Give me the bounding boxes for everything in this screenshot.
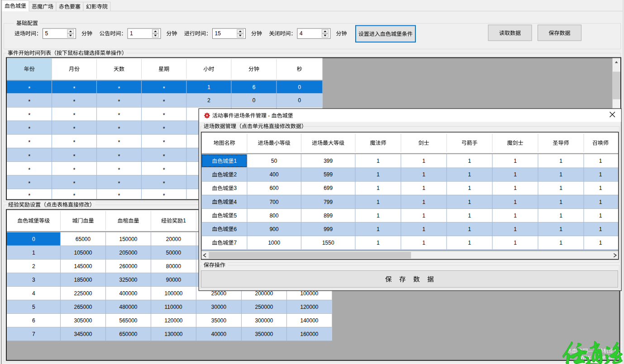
svg-text:1: 1 [559,213,562,219]
svg-text:6: 6 [32,317,35,324]
svg-text:*: * [28,139,30,146]
svg-text:1: 1 [559,226,562,232]
svg-text:6: 6 [233,226,237,232]
svg-text:1: 1 [376,171,380,178]
svg-text:*: * [28,98,30,105]
svg-text:160000: 160000 [300,331,319,337]
svg-text:400000: 400000 [119,290,138,297]
svg-text:1000: 1000 [268,240,280,246]
svg-text:*: * [28,112,30,118]
svg-text:*: * [73,139,76,146]
svg-text:699: 699 [324,185,333,191]
svg-text:1: 1 [599,158,602,164]
svg-text:300000: 300000 [255,317,273,324]
svg-text:1: 1 [559,185,562,191]
svg-text:225000: 225000 [74,290,92,297]
svg-text:1: 1 [514,213,517,219]
svg-text:*: * [28,192,30,199]
svg-text:1: 1 [376,199,380,205]
svg-text:1: 1 [376,213,380,219]
svg-text:*: * [73,192,76,199]
svg-text:599: 599 [324,171,333,178]
svg-text:*: * [163,153,165,160]
svg-text:15: 15 [215,30,221,37]
svg-text:1: 1 [376,226,380,232]
svg-text:5: 5 [45,30,48,37]
svg-text:1: 1 [599,240,602,246]
svg-text:1: 1 [233,158,237,164]
svg-text:1: 1 [422,158,425,164]
svg-text:0: 0 [298,84,301,90]
svg-text:1: 1 [559,171,562,178]
svg-text:120000: 120000 [165,317,183,324]
svg-text:1: 1 [559,158,562,164]
svg-text:25000: 25000 [211,290,227,297]
svg-text:40000: 40000 [211,331,227,337]
svg-text:345000: 345000 [74,331,92,337]
svg-text:399: 399 [324,158,333,164]
svg-text:1: 1 [468,171,471,178]
svg-text:110000: 110000 [165,304,182,310]
svg-text:1: 1 [422,240,425,246]
svg-text:1: 1 [599,199,602,205]
svg-text:999: 999 [324,226,333,232]
svg-text:305000: 305000 [74,317,92,324]
svg-text:1: 1 [130,30,133,37]
svg-text:35000: 35000 [211,317,227,324]
svg-text:5: 5 [32,304,35,310]
svg-text:-: - [267,113,272,119]
svg-text:1: 1 [468,199,471,205]
svg-text:185000: 185000 [74,277,92,283]
svg-text:*: * [163,166,165,173]
svg-text:30000: 30000 [211,304,227,310]
svg-text:1: 1 [468,226,471,232]
svg-text:*: * [73,125,76,132]
svg-text:1: 1 [468,185,471,191]
svg-text:1: 1 [422,171,425,178]
svg-text:1550: 1550 [322,240,334,246]
svg-text:800: 800 [270,213,279,219]
svg-text:6: 6 [252,84,256,90]
svg-text:*: * [118,166,120,173]
svg-text:50: 50 [271,158,277,164]
svg-text:*: * [118,85,120,92]
svg-text:*: * [118,180,120,187]
svg-text:145000: 145000 [74,263,92,269]
svg-text:*: * [118,112,120,118]
svg-text:1: 1 [599,226,602,232]
svg-text:4: 4 [32,290,35,297]
svg-text:480000: 480000 [119,304,138,310]
svg-text:1: 1 [514,226,517,232]
svg-text:*: * [118,153,120,160]
svg-text:250000: 250000 [255,304,273,310]
svg-text:7: 7 [32,331,35,337]
svg-text:1: 1 [599,185,602,191]
svg-text:*: * [73,153,76,160]
svg-text:1: 1 [422,199,425,205]
svg-text:90000: 90000 [166,277,181,283]
svg-text:265000: 265000 [74,304,92,310]
svg-text:4: 4 [233,199,237,205]
svg-text:205000: 205000 [119,250,138,256]
svg-text:65000: 65000 [76,236,91,242]
svg-text:*: * [118,98,120,105]
svg-text:350000: 350000 [255,331,273,337]
svg-text:1: 1 [514,185,517,191]
svg-text:*: * [73,85,76,92]
svg-text:*: * [163,112,165,118]
svg-text:*: * [163,192,165,199]
svg-text:*: * [118,192,120,199]
svg-text:200000: 200000 [255,290,273,297]
svg-text:50000: 50000 [166,250,181,256]
svg-text:*: * [163,85,165,92]
svg-text:1: 1 [514,171,517,178]
svg-text:565000: 565000 [119,317,138,324]
svg-text:1: 1 [559,240,562,246]
svg-text:7: 7 [233,240,237,246]
svg-text:*: * [163,139,165,146]
svg-text:1: 1 [422,226,425,232]
svg-text:1: 1 [514,158,517,164]
svg-text:*: * [163,180,165,187]
svg-text:3: 3 [233,185,237,191]
svg-text:900: 900 [270,226,279,232]
